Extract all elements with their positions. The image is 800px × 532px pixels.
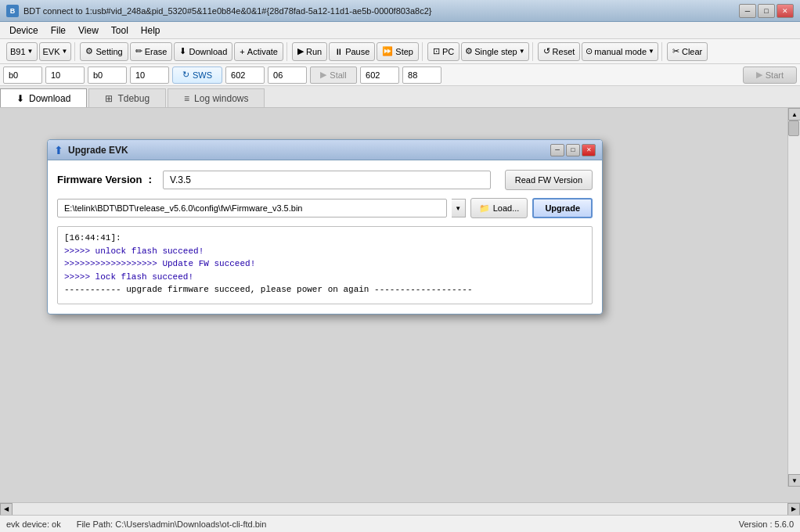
- evk-selector[interactable]: EVK ▼: [39, 42, 72, 61]
- device-selector[interactable]: B91 ▼: [6, 42, 38, 61]
- upgrade-button[interactable]: Upgrade: [532, 198, 593, 218]
- status-row: b0 10 b0 10 ↻ SWS 602 06 ▶ Stall 602 88 …: [0, 64, 800, 86]
- step-button[interactable]: ⏩ Step: [377, 42, 419, 61]
- dialog-body: Firmware Version ： Read FW Version E:\te…: [48, 160, 602, 314]
- device-arrow-icon: ▼: [27, 48, 34, 55]
- tdebug-tab-icon: ⊞: [105, 93, 113, 104]
- status-field-6[interactable]: 06: [268, 66, 307, 84]
- stall-icon: ▶: [320, 70, 326, 80]
- tabs-bar: ⬇ Download ⊞ Tdebug ≡ Log windows: [0, 86, 800, 108]
- menu-file[interactable]: File: [45, 23, 72, 38]
- start-icon: ▶: [756, 70, 762, 80]
- run-button[interactable]: ▶ Run: [292, 42, 327, 61]
- manual-mode-arrow-icon: ▼: [648, 48, 654, 55]
- status-field-4[interactable]: 10: [130, 66, 169, 84]
- dialog-close-button[interactable]: ✕: [582, 144, 596, 156]
- dialog-title-icon: ⬆: [54, 144, 63, 156]
- firmware-version-row: Firmware Version ： Read FW Version: [57, 170, 593, 190]
- single-step-selector[interactable]: ⚙ Single step ▼: [461, 42, 528, 61]
- tab-download[interactable]: ⬇ Download: [0, 88, 87, 107]
- sws-refresh-icon: ↻: [182, 70, 189, 80]
- tools-group: ⚙ Setting ✏ Erase ⬇ Download + Activate: [77, 42, 287, 61]
- window-controls: ─ □ ✕: [739, 4, 794, 18]
- log-line-1: >>>>> unlock flash succeed!: [64, 245, 586, 258]
- reset-group: ↺ Reset ⊙ manual mode ▼: [535, 42, 662, 61]
- fw-version-label: Firmware Version ：: [57, 173, 155, 187]
- status-field-3[interactable]: b0: [88, 66, 127, 84]
- menu-bar: Device File View Tool Help: [0, 22, 800, 39]
- reset-icon: ↺: [543, 46, 550, 56]
- setting-button[interactable]: ⚙ Setting: [80, 42, 128, 61]
- manual-mode-selector[interactable]: ⊙ manual mode ▼: [582, 42, 658, 61]
- menu-view[interactable]: View: [72, 23, 105, 38]
- pause-button[interactable]: ⏸ Pause: [329, 42, 375, 61]
- title-bar-text: BDT connect to 1:usb#vid_248a&pid_5320#5…: [23, 6, 739, 16]
- file-path-row: E:\telink\BDT\BDT\release_v5.6.0\config\…: [57, 198, 593, 218]
- clear-icon: ✂: [672, 46, 679, 56]
- tab-log-windows[interactable]: ≡ Log windows: [168, 88, 265, 107]
- tab-tdebug[interactable]: ⊞ Tdebug: [88, 88, 166, 107]
- evk-label: EVK: [43, 47, 60, 56]
- run-icon: ▶: [297, 46, 304, 56]
- hscroll-track: [13, 504, 787, 515]
- upgrade-evk-dialog: ⬆ Upgrade EVK ─ □ ✕ Firmware Version ： R…: [47, 139, 603, 315]
- status-field-8[interactable]: 88: [402, 66, 441, 84]
- status-field-2[interactable]: 10: [45, 66, 85, 84]
- log-line-0: [16:44:41]:: [64, 232, 586, 245]
- dialog-title-text: Upgrade EVK: [68, 145, 550, 156]
- sws-button[interactable]: ↻ SWS: [172, 66, 222, 84]
- dialog-overlay: ⬆ Upgrade EVK ─ □ ✕ Firmware Version ： R…: [0, 108, 800, 502]
- reset-button[interactable]: ↺ Reset: [538, 42, 581, 61]
- log-area: [16:44:41]: >>>>> unlock flash succeed! …: [57, 226, 593, 304]
- load-button[interactable]: 📁 Load...: [470, 198, 528, 218]
- log-tab-icon: ≡: [184, 93, 189, 104]
- erase-button[interactable]: ✏ Erase: [130, 42, 173, 61]
- dialog-controls: ─ □ ✕: [550, 144, 596, 156]
- status-field-5[interactable]: 602: [225, 66, 265, 84]
- scroll-left-button[interactable]: ◀: [0, 503, 13, 516]
- status-field-1[interactable]: b0: [3, 66, 42, 84]
- status-bar: evk device: ok File Path: C:\Users\admin…: [0, 515, 800, 532]
- maximize-button[interactable]: □: [758, 4, 775, 18]
- menu-tool[interactable]: Tool: [105, 23, 135, 38]
- main-content: ▲ ▼ ⬆ Upgrade EVK ─ □ ✕ Firmware Ver: [0, 108, 800, 502]
- single-step-icon: ⚙: [465, 46, 473, 56]
- device-label: B91: [10, 47, 26, 56]
- device-group: B91 ▼ EVK ▼: [3, 42, 75, 61]
- status-version: Version : 5.6.0: [739, 519, 794, 529]
- status-field-7[interactable]: 602: [360, 66, 399, 84]
- title-bar: B BDT connect to 1:usb#vid_248a&pid_5320…: [0, 0, 800, 22]
- pc-button[interactable]: ⊡ PC: [427, 42, 459, 61]
- minimize-button[interactable]: ─: [739, 4, 756, 18]
- step-icon: ⏩: [382, 46, 393, 56]
- menu-help[interactable]: Help: [135, 23, 167, 38]
- app-icon: B: [6, 5, 19, 17]
- start-button[interactable]: ▶ Start: [743, 66, 797, 84]
- download-button[interactable]: ⬇ Download: [174, 42, 232, 61]
- single-step-arrow-icon: ▼: [519, 48, 525, 55]
- activate-icon: +: [240, 47, 244, 56]
- menu-device[interactable]: Device: [3, 23, 45, 38]
- close-button[interactable]: ✕: [777, 4, 794, 18]
- stall-field: ▶ Stall: [310, 66, 357, 84]
- setting-icon: ⚙: [85, 46, 93, 56]
- file-path-field[interactable]: E:\telink\BDT\BDT\release_v5.6.0\config\…: [57, 199, 447, 217]
- download-icon: ⬇: [179, 46, 186, 56]
- scroll-right-button[interactable]: ▶: [787, 503, 800, 516]
- log-line-2: >>>>>>>>>>>>>>>>>> Update FW succeed!: [64, 257, 586, 271]
- activate-button[interactable]: + Activate: [234, 42, 283, 61]
- horizontal-scrollbar[interactable]: ◀ ▶: [0, 502, 800, 515]
- folder-icon: 📁: [479, 203, 490, 214]
- erase-icon: ✏: [135, 46, 142, 56]
- dialog-maximize-button[interactable]: □: [566, 144, 580, 156]
- read-fw-version-button[interactable]: Read FW Version: [505, 170, 593, 190]
- file-dropdown-button[interactable]: ▼: [452, 199, 466, 217]
- status-device: evk device: ok: [6, 519, 61, 529]
- log-line-3: >>>>> lock flash succeed!: [64, 271, 586, 284]
- clear-button[interactable]: ✂ Clear: [667, 42, 708, 61]
- log-line-4: ----------- upgrade firmware succeed, pl…: [64, 283, 586, 297]
- status-filepath: File Path: C:\Users\admin\Downloads\ot-c…: [77, 519, 267, 529]
- fw-version-input[interactable]: [163, 171, 491, 189]
- dialog-minimize-button[interactable]: ─: [550, 144, 564, 156]
- run-group: ▶ Run ⏸ Pause ⏩ Step: [289, 42, 423, 61]
